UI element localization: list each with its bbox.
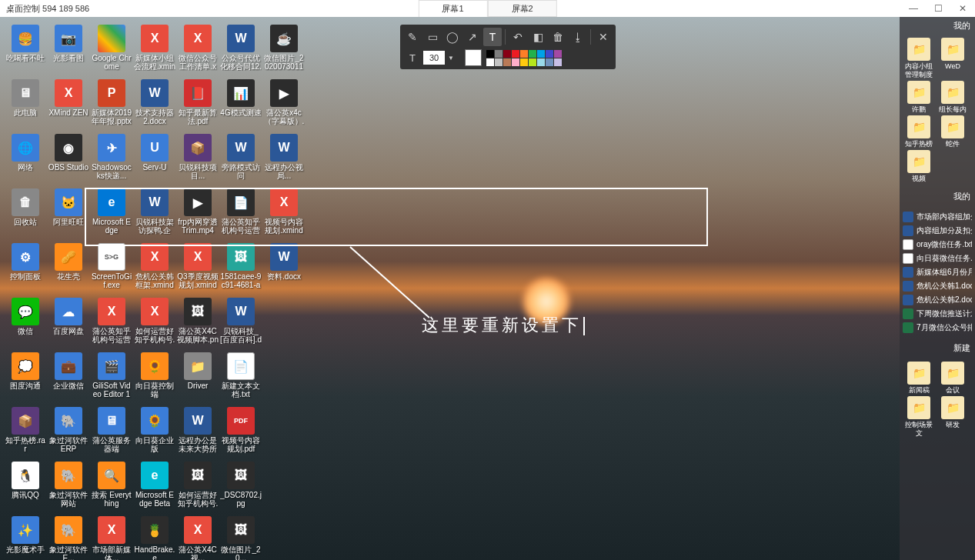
rp-file[interactable]: 下周微信推送计划 bbox=[903, 307, 972, 321]
palette-color[interactable] bbox=[529, 50, 536, 58]
desktop-icon[interactable]: PDF视频号内容规划.pdf bbox=[219, 407, 262, 462]
palette-color[interactable] bbox=[529, 58, 536, 66]
font-size-input[interactable] bbox=[423, 51, 445, 65]
tool-oval[interactable]: ◯ bbox=[443, 28, 462, 46]
tab-screen2[interactable]: 屏幕2 bbox=[488, 0, 557, 17]
desktop-icon[interactable]: 📄新建文本文档.txt bbox=[219, 352, 262, 407]
palette-color[interactable] bbox=[512, 50, 519, 58]
undo-button[interactable]: ↶ bbox=[509, 28, 527, 46]
tab-screen1[interactable]: 屏幕1 bbox=[418, 0, 487, 17]
desktop-icon[interactable]: S>GScreenToGif.exe bbox=[90, 243, 133, 298]
palette-color[interactable] bbox=[503, 50, 511, 58]
tool-rect[interactable]: ▭ bbox=[423, 28, 442, 46]
palette-color[interactable] bbox=[486, 58, 494, 66]
desktop-icon[interactable]: 🐘象过河软件E... bbox=[47, 516, 90, 560]
desktop-icon[interactable]: X危机公关韩框架.xmind bbox=[133, 243, 176, 298]
desktop-icon[interactable]: 🥜花生壳 bbox=[47, 243, 90, 298]
rp-folder[interactable]: 📁会议 bbox=[937, 362, 969, 395]
rp-folder[interactable]: 📁内容小组管理制度 bbox=[903, 38, 935, 79]
desktop-icon[interactable]: ▶frp内网穿透Trim.mp4 bbox=[176, 188, 219, 243]
desktop-icon[interactable]: W技术支持器2.docx bbox=[133, 79, 176, 134]
palette-color[interactable] bbox=[537, 50, 545, 58]
rp-folder[interactable]: 📁蛇件 bbox=[937, 115, 969, 148]
desktop-icon[interactable]: X如何运营好知乎机构号.x... bbox=[133, 298, 176, 352]
desktop-icon[interactable]: 🐘象过河软件ERP bbox=[47, 407, 90, 462]
eraser-button[interactable]: ◧ bbox=[529, 28, 547, 46]
desktop-icon[interactable]: 🌻向日葵企业版 bbox=[133, 407, 176, 462]
download-button[interactable]: ⭳ bbox=[569, 28, 587, 46]
desktop-icon[interactable]: W贝锐科技架访探鸭.企业... bbox=[133, 188, 176, 243]
desktop-icon[interactable]: UServ-U bbox=[133, 134, 176, 188]
rp-file[interactable]: 危机公关韩2.docx bbox=[903, 293, 972, 307]
minimize-button[interactable]: — bbox=[901, 0, 926, 17]
rp-folder[interactable]: 📁WeD bbox=[937, 38, 969, 79]
desktop-icon[interactable]: X蒲公英知乎机构号运营策... bbox=[90, 298, 133, 352]
desktop-icon[interactable]: 🖥蒲公英服务器端 bbox=[90, 407, 133, 462]
desktop-icon[interactable]: ◉OBS Studio bbox=[47, 134, 90, 188]
palette-color[interactable] bbox=[495, 58, 503, 66]
desktop-icon[interactable]: 📁Driver bbox=[176, 352, 219, 407]
rp-folder[interactable]: 📁控制场景文 bbox=[903, 396, 935, 438]
palette-color[interactable] bbox=[486, 50, 494, 58]
annotation-text[interactable]: 这里要重新设置下 bbox=[422, 314, 585, 337]
tool-pencil[interactable]: ✎ bbox=[403, 28, 422, 46]
desktop-icon[interactable]: ☁百度网盘 bbox=[47, 298, 90, 352]
desktop-icon[interactable]: ☕微信图片_20200730118... bbox=[262, 25, 306, 79]
desktop-icon[interactable]: W远程办公是未来大势所趋... bbox=[176, 407, 219, 462]
desktop-icon[interactable]: X新媒体小组会流程.xmind bbox=[133, 25, 176, 79]
rp-folder[interactable]: 📁研发 bbox=[937, 396, 969, 438]
desktop-icon[interactable]: 🖥此电脑 bbox=[4, 79, 47, 134]
current-color-swatch[interactable] bbox=[465, 49, 482, 66]
desktop-icon[interactable]: 🍔吃喝看不吐 bbox=[4, 25, 47, 79]
rp-folder[interactable]: 📁知乎热榜 bbox=[903, 115, 935, 148]
tool-arrow[interactable]: ↗ bbox=[463, 28, 482, 46]
rp-folder[interactable]: 📁视频 bbox=[903, 150, 935, 183]
rp-file[interactable]: 市场部内容组加分 bbox=[903, 210, 972, 224]
desktop-icon[interactable]: X市场部新媒体... bbox=[90, 516, 133, 560]
desktop-icon[interactable]: 🐧腾讯QQ bbox=[4, 462, 47, 516]
desktop-icon[interactable]: W远程办公视局... bbox=[262, 134, 306, 188]
desktop-icon[interactable]: 🖼蒲公英X4C视频脚本.png bbox=[176, 298, 219, 352]
desktop-icon[interactable]: eMicrosoft Edge Beta bbox=[133, 462, 176, 516]
rp-file[interactable]: 内容组加分及扣分 bbox=[903, 224, 972, 238]
desktop-icon[interactable]: 📦贝锐科技项目... bbox=[176, 134, 219, 188]
desktop-icon[interactable]: ⚙控制面板 bbox=[4, 243, 47, 298]
desktop-icon[interactable]: W旁路模式访问 bbox=[219, 134, 262, 188]
desktop-icon[interactable]: W贝锐科技_[百度百科].do... bbox=[219, 298, 262, 352]
desktop-icon[interactable]: 📷光影看图 bbox=[47, 25, 90, 79]
desktop-icon[interactable]: 📦知乎热榜.rar bbox=[4, 407, 47, 462]
delete-button[interactable]: 🗑 bbox=[549, 28, 567, 46]
rp-file[interactable]: 新媒体组6月份月... bbox=[903, 265, 972, 279]
palette-color[interactable] bbox=[495, 50, 503, 58]
desktop-icon[interactable]: X视频号内容规划.xmind bbox=[262, 188, 306, 243]
desktop-icon[interactable]: 💭图度沟通 bbox=[4, 352, 47, 407]
palette-color[interactable] bbox=[520, 50, 528, 58]
desktop-icon[interactable]: 🗑回收站 bbox=[4, 188, 47, 243]
palette-color[interactable] bbox=[537, 58, 545, 66]
rp-folder[interactable]: 📁新闻稿 bbox=[903, 362, 935, 395]
rp-folder[interactable]: 📁组长每内 bbox=[937, 81, 969, 114]
desktop-icon[interactable]: 🌻向日葵控制端 bbox=[133, 352, 176, 407]
palette-color[interactable] bbox=[520, 58, 528, 66]
palette-color[interactable] bbox=[546, 58, 553, 66]
desktop-icon[interactable]: 🍍HandBrake.e bbox=[133, 516, 176, 560]
rp-file[interactable]: 危机公关韩1.docx bbox=[903, 279, 972, 293]
palette-color[interactable] bbox=[546, 50, 553, 58]
desktop-icon[interactable]: 🖼微信图片_20... bbox=[219, 516, 262, 560]
desktop-icon[interactable]: ✨光影魔术手 bbox=[4, 516, 47, 560]
desktop-icon[interactable]: 🎬GiliSoft Video Editor 11... bbox=[90, 352, 133, 407]
desktop-icon[interactable]: XXMind ZEN bbox=[47, 79, 90, 134]
font-size-dropdown[interactable]: ▼ bbox=[446, 55, 456, 62]
maximize-button[interactable]: ☐ bbox=[926, 0, 950, 17]
desktop-icon[interactable]: ▶蒲公英x4c（字幕版）.mp4 bbox=[262, 79, 306, 134]
desktop-icon[interactable]: ✈Shadowsocks快递... bbox=[90, 134, 133, 188]
rp-folder[interactable]: 📁许鹏 bbox=[903, 81, 935, 114]
desktop-icon[interactable]: 📊4G模式测速 bbox=[219, 79, 262, 134]
palette-color[interactable] bbox=[554, 58, 562, 66]
desktop-icon[interactable]: XQ3季度视频规划.xmind bbox=[176, 243, 219, 298]
desktop-icon[interactable]: 🖼如何运营好知乎机构号.png bbox=[176, 462, 219, 516]
desktop-icon[interactable]: 🔍搜索 Everything bbox=[90, 462, 133, 516]
desktop-icon[interactable]: 📄蒲公英知乎机构号运营策... bbox=[219, 188, 262, 243]
palette-color[interactable] bbox=[503, 58, 511, 66]
desktop-icon[interactable]: W资料.docx bbox=[262, 243, 306, 298]
